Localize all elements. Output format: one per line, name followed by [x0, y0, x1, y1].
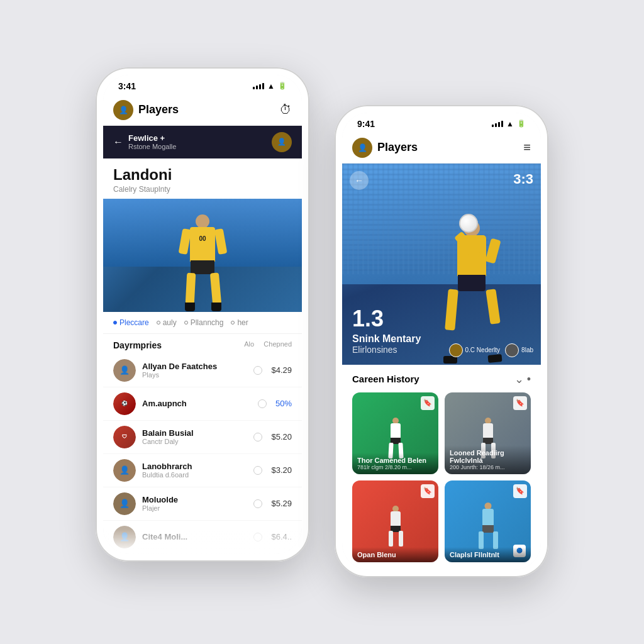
hero-avatar-circle-1: [449, 343, 463, 357]
section-title-1: Dayrmpries: [113, 340, 162, 350]
player-avatar-4: 👤: [113, 492, 136, 515]
sub-header-1: ← Fewlice + Rstone Mogalle 👤: [103, 126, 302, 158]
status-icons-1: ▲ 🔋: [253, 82, 287, 91]
status-bar-2: 9:41 ▲ 🔋: [342, 113, 541, 133]
career-grid: Thor Camened Belen 781lr clgm 2/8.20 m..…: [352, 392, 531, 562]
radio-2[interactable]: [253, 433, 262, 441]
back-button-1[interactable]: ←: [113, 136, 123, 148]
career-card-overlay-2: Opan Blenu: [352, 547, 438, 562]
player-name-4: Moluolde: [142, 495, 247, 504]
hero-team: Snink Mentary: [352, 333, 421, 345]
radio-3[interactable]: [253, 466, 262, 475]
wifi-icon-2: ▲: [506, 119, 514, 128]
hero-avatar-circle-2: [505, 343, 519, 357]
bookmark-icon-3[interactable]: 🔖: [513, 484, 527, 498]
hero-person2-name: 8lab: [521, 347, 533, 353]
status-bar-1: 3:41 ▲ 🔋: [103, 75, 302, 95]
player-row-1[interactable]: ⚽ Am.aupnch 50%: [103, 387, 302, 421]
player-list: 👤 Allyan De Faatches Plays $4.29 ⚽: [103, 354, 302, 554]
career-club-0: Thor Camened Belen: [357, 457, 433, 464]
phone-1: 3:41 ▲ 🔋 👤 Players: [96, 67, 309, 562]
radio-5[interactable]: [253, 533, 262, 541]
avatar-1: 👤: [113, 100, 133, 120]
career-section: Careen History ⌄ •: [342, 365, 541, 570]
tab-dot-2: [157, 321, 160, 325]
player-row-2[interactable]: 🛡 Balain Busial Canctr Daly $5.20: [103, 421, 302, 454]
hero-section: ← 3:3 1.3 Snink Mentary Elirlonsines: [342, 164, 541, 365]
player-price-0: $4.29: [271, 365, 292, 375]
career-expand-btn[interactable]: ⌄ •: [514, 372, 531, 386]
player-subtitle: Calelry Stauplnty: [113, 185, 292, 194]
player-sub-0: Plays: [142, 371, 247, 379]
header-title-1: Players: [138, 103, 179, 116]
list-section-header: Dayrmpries Alo Chepned: [103, 334, 302, 354]
player-price-5: $6.4..: [271, 532, 292, 541]
wifi-icon-1: ▲: [267, 82, 275, 91]
tab-dot-4: [231, 321, 235, 325]
career-club-3: Claplsl Fllnltnlt: [450, 551, 526, 558]
player-name: Landoni: [113, 166, 292, 184]
col2-label: Chepned: [264, 340, 292, 348]
player-price-1: 50%: [275, 399, 292, 408]
col1-label: Alo: [244, 340, 254, 348]
battery-icon-2: 🔋: [517, 119, 526, 128]
player-price-3: $3.20: [271, 465, 292, 475]
player-name-3: Lanobhrarch: [142, 462, 247, 471]
career-card-1[interactable]: Looned Readiirg Fwlclvlnlá 200 Junrth: 1…: [445, 392, 531, 474]
tab-pleccare[interactable]: Pleccare: [113, 317, 149, 328]
timer-icon-1[interactable]: ⏱: [279, 103, 292, 117]
career-card-overlay-3: Claplsl Fllnltnlt: [445, 547, 531, 562]
bookmark-icon-1[interactable]: 🔖: [513, 396, 527, 410]
player-image-1: 00: [103, 199, 302, 312]
hero-person1-name: 0.C Nederlty: [465, 347, 501, 353]
player-name-1: Am.aupnch: [142, 399, 252, 408]
player-name-0: Allyan De Faatches: [142, 362, 247, 371]
signal-icon-2: [492, 121, 503, 127]
phone-2: 9:41 ▲ 🔋 👤 Players: [335, 105, 548, 577]
career-club-1: Looned Readiirg Fwlclvlnlá: [450, 449, 526, 464]
career-card-overlay-0: Thor Camened Belen 781lr clgm 2/8.20 m..…: [352, 453, 438, 474]
player-row-4[interactable]: 👤 Moluolde Plajer $5.29: [103, 487, 302, 521]
status-icons-2: ▲ 🔋: [492, 119, 526, 128]
player-avatar-1: ⚽: [113, 392, 136, 415]
hero-desc: Elirlonsines: [352, 345, 421, 355]
career-card-2[interactable]: Opan Blenu 🔖: [352, 480, 438, 562]
sub-avatar-1: 👤: [272, 132, 292, 152]
menu-icon-2[interactable]: ≡: [523, 140, 531, 155]
hero-info: 1.3 Snink Mentary Elirlonsines: [352, 306, 421, 355]
player-row-0[interactable]: 👤 Allyan De Faatches Plays $4.29: [103, 354, 302, 387]
radio-0[interactable]: [253, 366, 262, 375]
player-sub-4: Plajer: [142, 504, 247, 512]
sub-header-sub-1: Rstone Mogalle: [128, 143, 176, 150]
tab-auly[interactable]: auly: [157, 317, 177, 328]
career-stats-0: 781lr clgm 2/8.20 m...: [357, 464, 433, 470]
radio-1[interactable]: [258, 399, 267, 408]
tab-her[interactable]: her: [231, 317, 248, 328]
tab-dot-1: [113, 321, 117, 325]
app-header-2: 👤 Players ≡: [342, 133, 541, 164]
player-sub-2: Canctr Daly: [142, 438, 247, 445]
player-name-2: Balain Busial: [142, 428, 247, 438]
status-time-1: 3:41: [118, 81, 136, 91]
avatar-2: 👤: [352, 138, 372, 158]
app-header-1: 👤 Players ⏱: [103, 95, 302, 126]
player-row-3[interactable]: 👤 Lanobhrarch Buldtia d.6oard $3.20: [103, 454, 302, 487]
bookmark-icon-2[interactable]: 🔖: [421, 484, 435, 498]
player-row-5[interactable]: 👤 Cite4 Moli... $6.4..: [103, 521, 302, 554]
tab-dot-3: [184, 321, 188, 325]
player-avatar-3: 👤: [113, 459, 136, 482]
bookmark-icon-0[interactable]: 🔖: [421, 396, 435, 410]
hero-score: 3:3: [513, 171, 533, 187]
career-card-0[interactable]: Thor Camened Belen 781lr clgm 2/8.20 m..…: [352, 392, 438, 474]
career-card-overlay-1: Looned Readiirg Fwlclvlnlá 200 Junrth: 1…: [445, 445, 531, 474]
hero-number: 1.3: [352, 306, 421, 332]
player-price-4: $5.29: [271, 499, 292, 508]
career-title: Careen History: [352, 374, 419, 384]
hero-avatars: 0.C Nederlty 8lab: [449, 343, 533, 357]
radio-4[interactable]: [253, 499, 262, 508]
sub-header-name-1: Fewlice +: [128, 133, 176, 143]
career-card-3[interactable]: 🔵 Claplsl Fllnltnlt 🔖: [445, 480, 531, 562]
tab-planning[interactable]: Pllannchg: [184, 317, 224, 328]
back-button-2[interactable]: ←: [350, 171, 369, 190]
career-header: Careen History ⌄ •: [352, 372, 531, 386]
